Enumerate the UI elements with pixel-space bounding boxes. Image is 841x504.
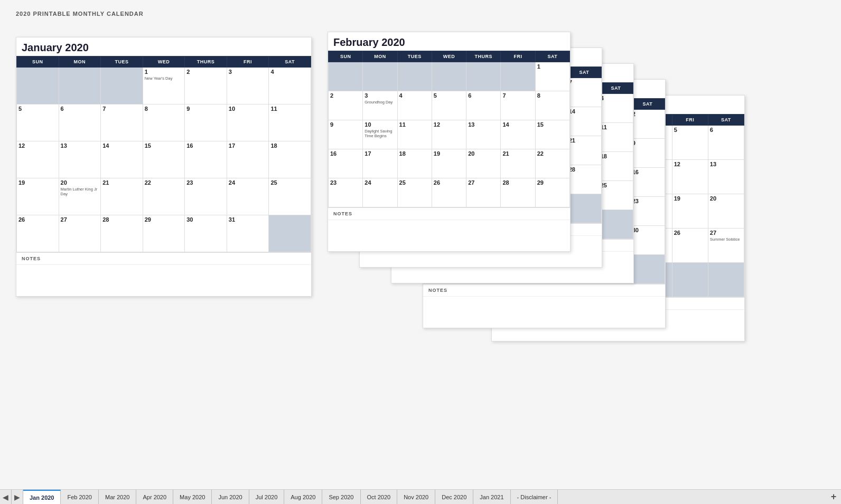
table-row: 20 — [466, 149, 501, 178]
table-row: 10 — [227, 104, 269, 141]
table-row: 8 — [143, 104, 185, 141]
table-row: 17 — [227, 141, 269, 178]
table-row — [59, 68, 101, 104]
table-row: 13 — [59, 141, 101, 178]
table-row: 9 — [329, 120, 363, 149]
table-row: 18 — [269, 141, 311, 178]
sheet-tab-dec2020[interactable]: Dec 2020 — [435, 490, 473, 504]
sheet-tab-sep2020[interactable]: Sep 2020 — [322, 490, 360, 504]
calendar-stack: January 2020 SUN MON TUES WED THURS FRI … — [16, 21, 825, 459]
table-row: 9 — [185, 104, 227, 141]
jan-col-sat: SAT — [269, 56, 311, 68]
sheet-tab-feb2020[interactable]: Feb 2020 — [61, 490, 98, 504]
sheet-tab-jan2021[interactable]: Jan 2021 — [473, 490, 510, 504]
table-row: 18 — [397, 149, 432, 178]
table-row: 19 — [672, 194, 708, 229]
table-row: 25 — [269, 178, 311, 215]
table-row: 12 — [672, 160, 708, 194]
table-row: 24 — [363, 178, 397, 207]
may-notes-label: NOTES — [423, 284, 665, 296]
table-row — [567, 194, 601, 223]
tab-nav-left[interactable]: ◀ — [0, 490, 12, 504]
table-row: 7 — [101, 104, 143, 141]
table-row — [397, 62, 432, 91]
table-row — [269, 215, 311, 252]
table-row: 16 — [630, 168, 665, 197]
table-row: 4 — [397, 91, 432, 120]
table-row — [466, 62, 501, 91]
table-row: 23 — [630, 197, 665, 226]
mar-col-sat: SAT — [567, 67, 601, 78]
table-row: 20Martin Luther King Jr Day — [59, 178, 101, 215]
sheet-tab-apr2020[interactable]: Apr 2020 — [136, 490, 173, 504]
feb-col-mon: MON — [363, 51, 397, 62]
table-row: 27Summer Solstice — [708, 229, 744, 263]
table-row: 4 — [599, 94, 633, 123]
table-row: 21 — [567, 136, 601, 165]
sheet-tab-jan2020[interactable]: Jan 2020 — [23, 490, 61, 504]
sheet-tab-mar2020[interactable]: Mar 2020 — [99, 490, 136, 504]
table-row: 29 — [535, 178, 569, 207]
table-row — [17, 68, 59, 104]
table-row: 26 27 28 29 30 31 — [17, 215, 311, 252]
jun-col-fri: FRI — [672, 115, 708, 126]
table-row: 13 — [708, 160, 744, 194]
table-row: 5 — [17, 104, 59, 141]
table-row: 19 — [432, 149, 466, 178]
may-notes-area — [423, 296, 665, 328]
table-row: 28 — [101, 215, 143, 252]
jun-col-sat: SAT — [708, 115, 744, 126]
feb-col-wed: WED — [432, 51, 466, 62]
table-row: 1New Year's Day — [143, 68, 185, 104]
feb-col-fri: FRI — [501, 51, 535, 62]
table-row — [363, 62, 397, 91]
table-row: 10Daylight Saving Time Begins — [363, 120, 397, 149]
apr-col-sat: SAT — [599, 83, 633, 94]
january-table: SUN MON TUES WED THURS FRI SAT 1New Y — [16, 56, 311, 252]
tab-nav-right[interactable]: ▶ — [12, 490, 23, 504]
table-row: 1 — [535, 62, 569, 91]
table-row: 25 — [599, 181, 633, 210]
table-row: 17 — [363, 149, 397, 178]
table-row: 5 6 7 8 9 10 11 — [17, 104, 311, 141]
tab-bar: ◀ ▶ Jan 2020 Feb 2020 Mar 2020 Apr 2020 … — [0, 489, 841, 504]
jan-col-mon: MON — [59, 56, 101, 68]
january-notes-area — [16, 264, 311, 296]
page-title: 2020 PRINTABLE MONTHLY CALENDAR — [16, 11, 825, 17]
feb-col-sun: SUN — [329, 51, 363, 62]
tab-add-button[interactable]: + — [826, 490, 841, 504]
table-row: 4 — [269, 68, 311, 104]
table-row: 23 — [329, 178, 363, 207]
sheet-tab-jun2020[interactable]: Jun 2020 — [212, 490, 249, 504]
may-col-sat: SAT — [630, 99, 665, 110]
table-row: 2 — [630, 110, 665, 139]
table-row: 24 — [227, 178, 269, 215]
table-row: 22 — [143, 178, 185, 215]
table-row: 30 — [630, 226, 665, 255]
table-row: 26 — [672, 229, 708, 263]
sheet-tab-may2020[interactable]: May 2020 — [173, 490, 212, 504]
sheet-tab-aug2020[interactable]: Aug 2020 — [284, 490, 322, 504]
table-row: 3 — [227, 68, 269, 104]
table-row: 19 20Martin Luther King Jr Day 21 22 23 … — [17, 178, 311, 215]
jan-col-thu: THURS — [185, 56, 227, 68]
table-row: 12 — [17, 141, 59, 178]
table-row: 16 — [329, 149, 363, 178]
feb-col-tue: TUES — [397, 51, 432, 62]
sheet-tab-jul2020[interactable]: Jul 2020 — [249, 490, 285, 504]
table-row: 3Groundhog Day — [363, 91, 397, 120]
table-row: 26 — [17, 215, 59, 252]
sheet-tab-disclaimer[interactable]: - Disclaimer - — [511, 490, 558, 504]
table-row: 6 — [59, 104, 101, 141]
table-row: 11 — [599, 123, 633, 152]
sheet-tab-oct2020[interactable]: Oct 2020 — [361, 490, 398, 504]
table-row: 12 — [432, 120, 466, 149]
table-row: 11 — [397, 120, 432, 149]
jan-col-sun: SUN — [17, 56, 59, 68]
sheet-tab-nov2020[interactable]: Nov 2020 — [397, 490, 435, 504]
table-row: 31 — [227, 215, 269, 252]
table-row: 8 — [535, 91, 569, 120]
table-row: 11 — [269, 104, 311, 141]
table-row: 12 13 14 15 16 17 18 — [17, 141, 311, 178]
table-row: 15 — [535, 120, 569, 149]
